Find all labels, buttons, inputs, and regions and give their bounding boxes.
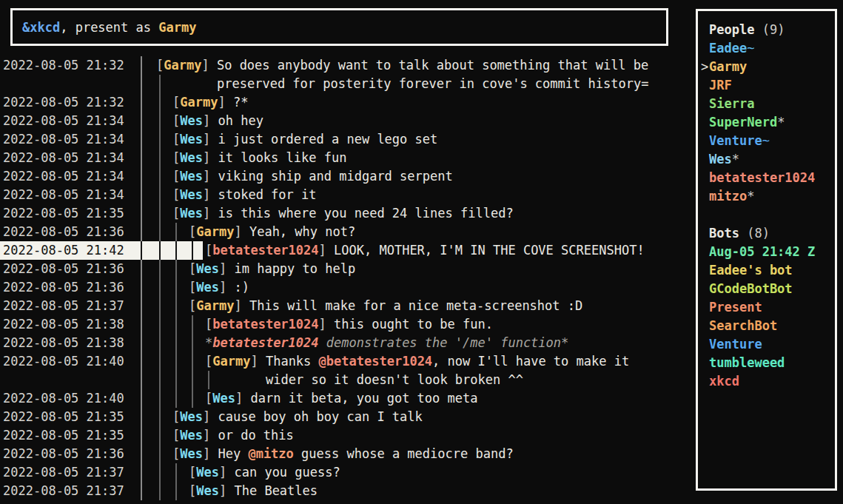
message-body: demonstrates the '/me' function* xyxy=(319,335,569,350)
timestamp: 2022-08-05 21:40 xyxy=(3,389,124,408)
user-name: mitzo xyxy=(709,189,747,204)
chat-message-row[interactable]: 2022-08-05 21:36[Wes] im happy to help xyxy=(0,260,696,278)
chat-message-row[interactable]: 2022-08-05 21:38*betatester1024 demonstr… xyxy=(0,334,696,352)
nick: Wes xyxy=(196,483,219,498)
chat-message-row[interactable]: 2022-08-05 21:34[Wes] viking ship and mi… xyxy=(0,167,696,186)
thread-line xyxy=(159,297,161,315)
thread-line xyxy=(192,334,193,352)
bot-list-item[interactable]: GCodeBotBot xyxy=(701,280,835,298)
chat-message-row[interactable]: 2022-08-05 21:36[Wes] :) xyxy=(0,278,696,297)
user-list-item[interactable]: Eadee~ xyxy=(701,39,835,58)
bot-list-item[interactable]: xkcd xyxy=(701,372,835,391)
user-list-item[interactable]: Wes* xyxy=(701,150,835,169)
nick-bracket: ] xyxy=(203,409,218,424)
message-text: [Wes] stoked for it xyxy=(172,186,317,204)
nick: betatester1024 xyxy=(212,335,318,350)
nick-bracket: ] xyxy=(203,187,218,202)
nick: Wes xyxy=(180,150,203,165)
bot-list-item[interactable]: SearchBot xyxy=(701,317,835,335)
chat-message-row[interactable]: 2022-08-05 21:34[Wes] stoked for it xyxy=(0,186,696,204)
chat-message-row[interactable]: 2022-08-05 21:37[Wes] The Beatles xyxy=(0,482,696,500)
nick: Wes xyxy=(180,428,203,443)
chat-message-row[interactable]: 2022-08-05 21:32[Garmy] ?* xyxy=(0,93,696,112)
people-heading: People (9) xyxy=(701,21,835,39)
message-body: :) xyxy=(234,280,249,295)
user-status-suffix: * xyxy=(777,115,785,130)
chat-message-row[interactable]: wider so it doesn't look broken ^^ xyxy=(0,371,696,389)
message-body: The Beatles xyxy=(234,483,318,498)
user-list-item[interactable]: SuperNerd* xyxy=(701,113,835,132)
mention: @mitzo xyxy=(248,446,293,461)
gutter-line xyxy=(141,260,142,278)
message-body: darn it beta, you got too meta xyxy=(250,391,477,406)
bot-name: tumbleweed xyxy=(709,355,785,370)
thread-line xyxy=(159,130,161,149)
chat-message-row[interactable]: 2022-08-05 21:34[Wes] it looks like fun xyxy=(0,149,696,167)
current-user-marker: > xyxy=(701,58,709,76)
people-count: (9) xyxy=(754,22,785,37)
gutter-line xyxy=(141,371,142,389)
user-marker xyxy=(701,354,709,372)
chat-message-row[interactable]: 2022-08-05 21:37[Garmy] This will make f… xyxy=(0,297,696,315)
nick: Wes xyxy=(212,391,235,406)
chat-message-row[interactable]: 2022-08-05 21:40[Wes] darn it beta, you … xyxy=(0,389,696,408)
chat-message-row[interactable]: 2022-08-05 21:40[Garmy] Thanks @betatest… xyxy=(0,352,696,371)
bot-list-item[interactable]: Venture xyxy=(701,335,835,354)
bot-list-item[interactable]: Present xyxy=(701,298,835,317)
nick-bracket: [ xyxy=(189,465,196,480)
user-name: JRF xyxy=(709,78,732,93)
chat-message-row[interactable]: preserved for posterity forever in cove'… xyxy=(0,75,696,93)
user-name: Wes xyxy=(709,152,732,167)
chat-message-row-highlighted[interactable]: 2022-08-05 21:42[betatester1024] LOOK, M… xyxy=(0,241,696,260)
chat-message-row[interactable]: 2022-08-05 21:35[Wes] cause boy oh boy c… xyxy=(0,408,696,426)
gutter-line xyxy=(141,204,142,223)
nick-bracket: [ xyxy=(172,113,180,128)
timestamp: 2022-08-05 21:42 xyxy=(3,241,124,260)
chat-message-row[interactable]: 2022-08-05 21:36[Garmy] Yeah, why not? xyxy=(0,223,696,241)
message-body: this ought to be fun. xyxy=(334,317,493,332)
message-body: ?* xyxy=(233,95,248,110)
timestamp: 2022-08-05 21:37 xyxy=(3,482,124,500)
user-marker xyxy=(701,335,709,354)
nick-bracket: [ xyxy=(189,261,196,276)
message-body: So does anybody want to talk about somet… xyxy=(217,58,648,73)
user-list-item[interactable]: Sierra xyxy=(701,95,835,113)
bot-list-item[interactable]: Aug-05 21:42 Z xyxy=(701,243,835,261)
message-body: i just ordered a new lego set xyxy=(218,132,437,147)
user-list-item[interactable]: mitzo* xyxy=(701,187,835,206)
nick-bracket: ] xyxy=(250,354,265,369)
bot-list-item[interactable]: Eadee's bot xyxy=(701,261,835,280)
user-marker xyxy=(701,372,709,391)
thread-line xyxy=(159,445,161,463)
user-name: Garmy xyxy=(709,59,747,74)
chat-message-row[interactable]: 2022-08-05 21:32[Garmy] So does anybody … xyxy=(0,56,696,75)
user-list-item[interactable]: Venture~ xyxy=(701,132,835,150)
user-list-item[interactable]: >Garmy xyxy=(701,58,835,76)
nick: betatester1024 xyxy=(212,317,318,332)
bot-list-item[interactable]: tumbleweed xyxy=(701,354,835,372)
message-text: [Garmy] Yeah, why not? xyxy=(189,223,355,241)
chat-message-row[interactable]: 2022-08-05 21:35[Wes] or do this xyxy=(0,426,696,445)
timestamp: 2022-08-05 21:40 xyxy=(3,352,124,371)
thread-line xyxy=(159,93,161,112)
thread-line xyxy=(208,371,209,389)
chat-message-row[interactable]: 2022-08-05 21:38[betatester1024] this ou… xyxy=(0,315,696,334)
nick: Garmy xyxy=(196,224,234,239)
message-text: [Garmy] So does anybody want to talk abo… xyxy=(156,56,648,75)
user-marker xyxy=(701,169,709,187)
chat-message-row[interactable]: 2022-08-05 21:35[Wes] is this where you … xyxy=(0,204,696,223)
chat-message-row[interactable]: 2022-08-05 21:36[Wes] Hey @mitzo guess w… xyxy=(0,445,696,463)
thread-line xyxy=(159,167,161,186)
timestamp: 2022-08-05 21:34 xyxy=(3,186,124,204)
bot-name: GCodeBotBot xyxy=(709,281,793,296)
thread-line xyxy=(175,241,177,260)
user-list-item[interactable]: betatester1024 xyxy=(701,169,835,187)
chat-message-row[interactable]: 2022-08-05 21:37[Wes] can you guess? xyxy=(0,463,696,482)
nick-bracket: [ xyxy=(189,298,196,313)
thread-line xyxy=(192,389,193,408)
user-marker xyxy=(701,317,709,335)
user-list-item[interactable]: JRF xyxy=(701,76,835,95)
nick-bracket: ] xyxy=(203,446,218,461)
chat-message-row[interactable]: 2022-08-05 21:34[Wes] i just ordered a n… xyxy=(0,130,696,149)
chat-message-row[interactable]: 2022-08-05 21:34[Wes] oh hey xyxy=(0,112,696,130)
